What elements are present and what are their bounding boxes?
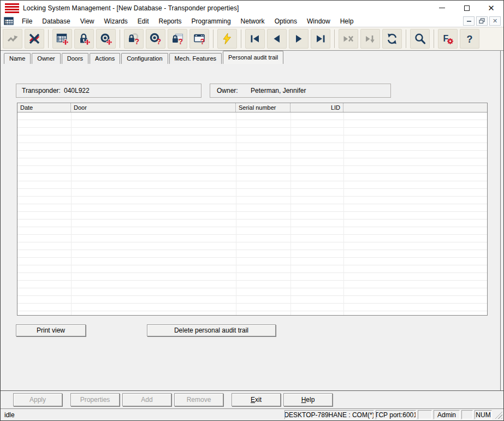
menu-programming[interactable]: Programming bbox=[187, 15, 236, 27]
mdi-restore-button[interactable] bbox=[476, 16, 488, 26]
refresh-icon bbox=[386, 32, 399, 45]
menu-reports[interactable]: Reports bbox=[154, 15, 187, 27]
tab-owner[interactable]: Owner bbox=[32, 53, 60, 64]
maximize-button[interactable] bbox=[454, 1, 479, 15]
svg-text:?: ? bbox=[135, 37, 140, 46]
status-num-lock-panel: NUM bbox=[475, 410, 492, 419]
status-user-panel: Admin bbox=[434, 410, 460, 419]
toolbar-separator bbox=[241, 29, 241, 48]
next-record-button[interactable] bbox=[289, 29, 309, 49]
menu-help[interactable]: Help bbox=[335, 15, 359, 27]
mdi-child-controls: ✕ bbox=[463, 16, 503, 26]
toolbar-separator bbox=[434, 29, 434, 48]
filter-settings-button[interactable]: F bbox=[438, 29, 458, 49]
menu-wizards[interactable]: Wizards bbox=[99, 15, 133, 27]
tab-personal-audit-trail[interactable]: Personal audit trail bbox=[223, 51, 283, 64]
add-button: Add bbox=[122, 393, 171, 406]
menu-file[interactable]: File bbox=[17, 15, 37, 27]
menu-bar: File Database View Wizards Edit Reports … bbox=[1, 15, 503, 27]
read-lock-button[interactable]: ? bbox=[124, 29, 144, 49]
new-locking-system-button[interactable] bbox=[52, 29, 72, 49]
refresh-button[interactable] bbox=[382, 29, 402, 49]
tab-name[interactable]: Name bbox=[4, 53, 31, 64]
toolbar-separator bbox=[406, 29, 406, 48]
mdi-close-icon: ✕ bbox=[493, 17, 497, 25]
program-button[interactable] bbox=[217, 29, 237, 49]
transponder-field: Transponder: 040L922 bbox=[16, 84, 201, 98]
status-state: idle bbox=[4, 411, 15, 419]
menu-options[interactable]: Options bbox=[270, 15, 302, 27]
toolbar: ? ? ? ? bbox=[1, 27, 503, 51]
status-tcp-panel: TCP port:6001 bbox=[376, 410, 416, 419]
mdi-restore-icon bbox=[479, 18, 485, 24]
minimize-button[interactable] bbox=[430, 1, 454, 15]
first-record-button[interactable] bbox=[245, 29, 265, 49]
read-lock-gen2-button[interactable]: ? bbox=[168, 29, 187, 49]
log-on-icon bbox=[6, 32, 19, 45]
delete-personal-audit-trail-button[interactable]: Delete personal audit trail bbox=[147, 324, 276, 336]
help-footer-button[interactable]: Help bbox=[283, 393, 333, 406]
read-lock-gen2-icon: ? bbox=[171, 32, 184, 45]
cancel-search-icon bbox=[342, 32, 355, 45]
transponder-value: 040L922 bbox=[64, 87, 90, 94]
new-transponder-button[interactable] bbox=[96, 29, 116, 49]
svg-text:?: ? bbox=[200, 37, 205, 45]
owner-label: Owner: bbox=[217, 87, 238, 94]
next-record-icon bbox=[292, 32, 305, 45]
cancel-search-button[interactable] bbox=[339, 29, 358, 49]
print-view-button[interactable]: Print view bbox=[16, 324, 86, 336]
toolbar-separator bbox=[213, 29, 214, 48]
menu-network[interactable]: Network bbox=[236, 15, 270, 27]
help-button[interactable]: ? bbox=[460, 29, 479, 49]
column-header-lid[interactable]: LID bbox=[290, 103, 343, 112]
read-via-network-button[interactable]: ? bbox=[189, 29, 209, 49]
help-icon: ? bbox=[463, 32, 476, 45]
tab-actions[interactable]: Actions bbox=[90, 53, 120, 64]
owner-field: Owner: Peterman, Jennifer bbox=[210, 84, 391, 98]
menu-view[interactable]: View bbox=[75, 15, 99, 27]
log-off-icon bbox=[28, 32, 41, 45]
column-header-date[interactable]: Date bbox=[17, 103, 71, 112]
previous-record-button[interactable] bbox=[267, 29, 287, 49]
resize-grip[interactable] bbox=[495, 411, 502, 419]
tab-mech-features[interactable]: Mech. Features bbox=[169, 53, 222, 64]
status-bar: idle DESKTOP-789HANE : COM(*) TCP port:6… bbox=[1, 408, 503, 420]
maximize-icon bbox=[464, 5, 470, 11]
menu-window[interactable]: Window bbox=[302, 15, 335, 27]
mdi-close-button[interactable]: ✕ bbox=[489, 16, 501, 26]
new-locking-system-icon bbox=[56, 32, 69, 45]
search-button[interactable] bbox=[410, 29, 430, 49]
close-button[interactable]: ✕ bbox=[479, 1, 503, 15]
last-record-button[interactable] bbox=[311, 29, 330, 49]
tab-bar: Name Owner Doors Actions Configuration M… bbox=[1, 51, 503, 64]
tab-configuration[interactable]: Configuration bbox=[121, 53, 168, 64]
new-lock-button[interactable] bbox=[74, 29, 94, 49]
mdi-minimize-button[interactable] bbox=[463, 16, 475, 26]
column-header-serial-number[interactable]: Serial number bbox=[236, 103, 290, 112]
transponder-label: Transponder: bbox=[22, 87, 61, 94]
audit-trail-table-body[interactable] bbox=[17, 112, 487, 315]
menu-edit[interactable]: Edit bbox=[133, 15, 154, 27]
read-transponder-button[interactable]: ? bbox=[146, 29, 165, 49]
log-off-button[interactable] bbox=[25, 29, 44, 49]
filter-settings-icon: F bbox=[441, 32, 454, 45]
menu-database[interactable]: Database bbox=[37, 15, 75, 27]
title-bar: Locking System Management - [New Databas… bbox=[1, 1, 503, 15]
exit-button[interactable]: Exit bbox=[232, 393, 281, 406]
properties-button: Properties bbox=[70, 393, 120, 406]
status-empty-panel bbox=[461, 410, 473, 419]
toolbar-separator bbox=[48, 29, 49, 48]
personal-audit-trail-page: Transponder: 040L922 Owner: Peterman, Je… bbox=[1, 64, 503, 390]
column-divider bbox=[71, 112, 72, 315]
footer-button-bar: Apply Properties Add Remove Exit Help bbox=[1, 390, 503, 408]
new-lock-icon bbox=[78, 32, 91, 45]
continue-search-button[interactable] bbox=[360, 29, 380, 49]
tab-doors[interactable]: Doors bbox=[62, 53, 88, 64]
column-header-door[interactable]: Door bbox=[71, 103, 236, 112]
matrix-window-icon bbox=[4, 17, 14, 25]
mdi-client-area: Name Owner Doors Actions Configuration M… bbox=[1, 51, 503, 408]
toolbar-separator bbox=[334, 29, 335, 48]
apply-button: Apply bbox=[13, 393, 62, 406]
column-divider bbox=[236, 112, 236, 315]
log-on-button[interactable] bbox=[3, 29, 22, 49]
